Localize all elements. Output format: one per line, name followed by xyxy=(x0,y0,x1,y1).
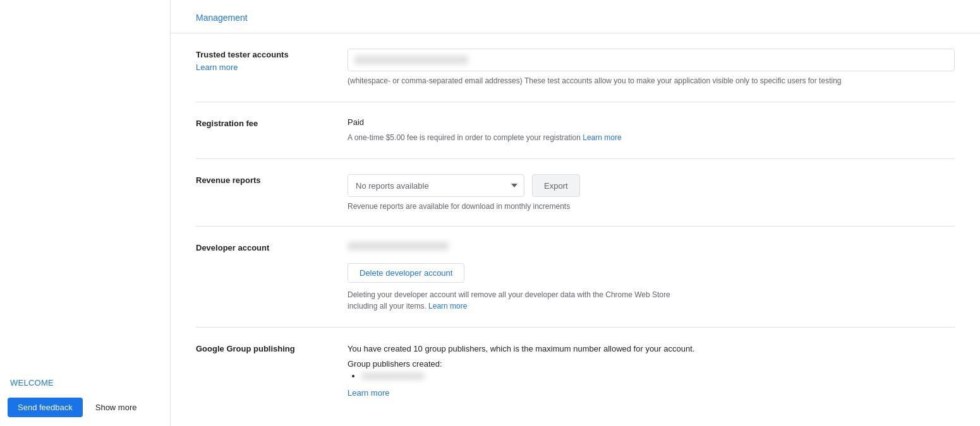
sidebar: WELCOME Send feedback Show more xyxy=(0,0,171,426)
management-section-header: Management xyxy=(171,0,980,33)
group-pub-list xyxy=(348,371,955,381)
registration-fee-hint: A one-time $5.00 fee is required in orde… xyxy=(348,132,955,143)
registration-fee-learn-more[interactable]: Learn more xyxy=(583,133,621,142)
google-group-publishing-label-col: Google Group publishing xyxy=(196,343,348,355)
trusted-tester-learn-more[interactable]: Learn more xyxy=(196,62,238,72)
group-pub-description: You have created 10 group publishers, wh… xyxy=(348,343,955,355)
show-more-button[interactable]: Show more xyxy=(88,398,145,417)
developer-account-email-blurred xyxy=(348,242,449,251)
google-group-publishing-row: Google Group publishing You have created… xyxy=(196,328,955,413)
management-title: Management xyxy=(196,13,248,23)
developer-account-label: Developer account xyxy=(196,242,332,254)
main-content: Management Trusted tester accounts Learn… xyxy=(171,0,980,426)
trusted-tester-label-col: Trusted tester accounts Learn more xyxy=(196,49,348,72)
tester-email-blurred xyxy=(354,56,468,64)
google-group-publishing-label: Google Group publishing xyxy=(196,343,332,355)
google-group-publishing-learn-more[interactable]: Learn more xyxy=(348,388,389,398)
trusted-tester-row: Trusted tester accounts Learn more (whit… xyxy=(196,33,955,102)
sidebar-welcome-label: WELCOME xyxy=(0,372,170,391)
developer-account-row: Developer account Delete developer accou… xyxy=(196,227,955,328)
export-button[interactable]: Export xyxy=(532,174,580,197)
google-group-publishing-content: You have created 10 group publishers, wh… xyxy=(348,343,955,398)
revenue-reports-row: Revenue reports No reports available Exp… xyxy=(196,159,955,227)
sidebar-bottom-actions: Send feedback Show more xyxy=(0,391,170,426)
registration-fee-row: Registration fee Paid A one-time $5.00 f… xyxy=(196,102,955,159)
developer-account-learn-more[interactable]: Learn more xyxy=(428,302,467,311)
trusted-tester-content: (whitespace- or comma-separated email ad… xyxy=(348,49,955,86)
trusted-tester-label: Trusted tester accounts xyxy=(196,49,332,61)
registration-fee-status: Paid xyxy=(348,117,955,127)
trusted-tester-hint: (whitespace- or comma-separated email ad… xyxy=(348,75,955,86)
trusted-tester-input-box[interactable] xyxy=(348,49,955,71)
registration-fee-content: Paid A one-time $5.00 fee is required in… xyxy=(348,117,955,143)
revenue-reports-select[interactable]: No reports available xyxy=(348,174,524,197)
notifications-section-header: Notifications xyxy=(171,413,980,427)
group-pub-item-blurred xyxy=(361,372,425,380)
revenue-reports-hint: Revenue reports are available for downlo… xyxy=(348,202,955,211)
registration-fee-label: Registration fee xyxy=(196,117,332,130)
revenue-reports-label-col: Revenue reports xyxy=(196,174,348,187)
revenue-row-inner: No reports available Export xyxy=(348,174,955,197)
group-pub-created-label: Group publishers created: xyxy=(348,359,955,369)
developer-account-hint: Deleting your developer account will rem… xyxy=(348,289,676,312)
developer-account-content: Delete developer account Deleting your d… xyxy=(348,242,955,312)
registration-fee-label-col: Registration fee xyxy=(196,117,348,130)
reg-fee-hint-text: A one-time $5.00 fee is required in orde… xyxy=(348,133,581,142)
revenue-reports-content: No reports available Export Revenue repo… xyxy=(348,174,955,211)
delete-developer-account-button[interactable]: Delete developer account xyxy=(348,263,464,283)
dev-account-hint-text: Deleting your developer account will rem… xyxy=(348,290,670,311)
settings-table: Trusted tester accounts Learn more (whit… xyxy=(171,33,980,413)
revenue-reports-label: Revenue reports xyxy=(196,174,332,187)
list-item xyxy=(361,371,955,381)
developer-account-label-col: Developer account xyxy=(196,242,348,254)
send-feedback-button[interactable]: Send feedback xyxy=(8,398,83,417)
